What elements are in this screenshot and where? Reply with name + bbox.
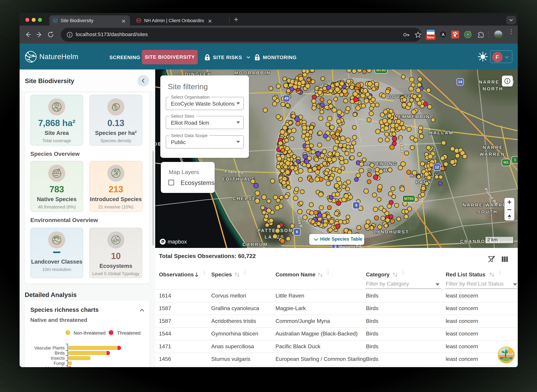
svg-text:A: A: [442, 32, 444, 37]
svg-text:Vascular Plants: Vascular Plants: [34, 345, 65, 350]
svg-text:Birds: Birds: [55, 350, 65, 355]
svg-text:Insects: Insects: [51, 355, 65, 361]
svg-text:Mammals: Mammals: [46, 366, 65, 367]
svg-text:Fungi: Fungi: [54, 361, 65, 366]
